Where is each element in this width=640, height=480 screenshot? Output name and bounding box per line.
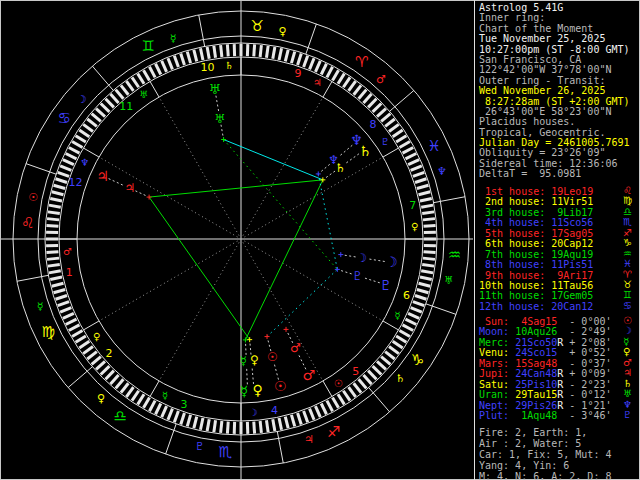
degree-tick (424, 225, 436, 226)
degree-tick (315, 61, 320, 72)
degree-tick (200, 48, 202, 60)
zodiac-sign-icon: ♌ (21, 214, 34, 232)
degree-tick (420, 277, 432, 279)
planet-position: 1Aqu48 (509, 410, 557, 421)
house-number: 1 (66, 266, 73, 279)
house-number: 8 (370, 118, 377, 131)
degree-tick (359, 379, 367, 388)
degree-tick (138, 394, 144, 404)
pointer-dash (216, 95, 219, 111)
sign-ruler-icon: ☿ (170, 32, 177, 45)
degree-tick (419, 283, 431, 286)
house-ruler-icon: ♄ (224, 60, 233, 71)
degree-tick (389, 347, 399, 354)
degree-tick (132, 77, 139, 87)
degree-tick (304, 411, 308, 422)
degree-tick (126, 387, 133, 397)
degree-tick (96, 361, 105, 369)
degree-tick (50, 277, 62, 279)
degree-tick (266, 420, 268, 432)
house-number: 7 (409, 199, 416, 212)
degree-tick (413, 302, 424, 306)
tally-line: Yang: 4, Yin: 6 (479, 460, 637, 471)
degree-tick (60, 308, 71, 312)
degree-tick (76, 336, 86, 342)
degree-tick (58, 172, 69, 176)
degree-tick (403, 147, 414, 153)
transit-planet-icon: ♂ (302, 367, 315, 383)
degree-tick (385, 352, 394, 359)
sign-ruler-icon: ♂ (376, 73, 386, 86)
planet-delta: - 3°46' (563, 410, 611, 421)
degree-tick (76, 136, 86, 142)
chart-info-line: Tue November 25, 2025 (479, 34, 637, 44)
pointer-dash (108, 178, 123, 185)
degree-tick (422, 212, 434, 214)
degree-tick (279, 48, 281, 60)
degree-tick (417, 289, 429, 292)
house-cusp-text: 6th house: 20Cap12 (479, 238, 593, 249)
degree-tick (363, 375, 371, 384)
degree-tick (168, 58, 172, 69)
house-cusp-text: 5th house: 17Sag05 (479, 228, 593, 239)
house-cusp-segment (323, 81, 332, 97)
house-number: 2 (105, 347, 112, 360)
natal-planet-icon: ☿ (240, 354, 247, 368)
natal-planet-icon: ☽ (356, 251, 367, 265)
planet-position-marker (316, 171, 321, 176)
tally-line: M: 4, N: 6, A: 2, D: 8 (479, 471, 637, 480)
degree-tick (354, 85, 361, 94)
degree-tick (87, 119, 96, 126)
natal-planet-icon: ♇ (352, 269, 363, 283)
degree-tick (298, 413, 302, 424)
transit-planet-icon: ♀ (253, 382, 263, 398)
degree-tick (377, 109, 386, 117)
zodiac-sign-icon: ♊ (142, 37, 155, 55)
degree-tick (87, 352, 96, 359)
degree-tick (423, 258, 435, 259)
degree-tick (411, 166, 422, 170)
sign-ruler-icon: ♇ (194, 440, 204, 453)
degree-tick (373, 366, 382, 374)
zodiac-sign-icon: ♋ (623, 301, 632, 311)
degree-tick (408, 160, 419, 165)
planet-delta: + 0°52' (563, 347, 611, 358)
degree-tick (321, 64, 326, 75)
house-ruler-icon: ♀ (411, 221, 418, 232)
house-cusp-dotted (159, 97, 241, 239)
sign-ruler-icon: ♅ (444, 274, 454, 287)
degree-tick (273, 47, 275, 59)
degree-tick (420, 198, 432, 200)
planet-position: 29Pis26 (509, 400, 557, 411)
planet-position: 24Sco15 (509, 347, 557, 358)
natal-planet-icon: ♀ (250, 353, 259, 367)
aspect-line-trine (245, 180, 322, 340)
degree-tick (411, 308, 422, 312)
degree-tick (46, 252, 58, 253)
degree-tick (111, 375, 119, 384)
zodiac-sign-icon: ♏ (218, 443, 232, 461)
degree-tick (121, 383, 128, 392)
astrolog-app-window: ♈♂♉♀♊☿♋☽♌☉♍☿♎♀♏♇♐♃♑♄♒♅♓♆1♂2♀3☿4☽5☉6☿7♀8♇… (0, 0, 640, 480)
degree-tick (304, 56, 308, 67)
degree-tick (285, 50, 288, 62)
pointer-dash (346, 153, 359, 162)
house-cusp-segment (383, 321, 399, 330)
degree-tick (66, 319, 77, 324)
degree-tick (48, 264, 60, 266)
house-cusp-text: 4th house: 11Sco56 (479, 217, 593, 228)
degree-tick (56, 179, 67, 183)
degree-tick (50, 198, 62, 200)
degree-tick (399, 331, 409, 337)
natal-planet-icon: ♅ (215, 112, 226, 126)
degree-tick (63, 313, 74, 318)
planet-name: Plut: (479, 410, 509, 421)
planet-icon: ♅ (623, 389, 632, 399)
zodiac-sign-icon: ♉ (250, 17, 263, 35)
sign-boundary (277, 432, 283, 463)
degree-tick (221, 421, 222, 433)
degree-tick (63, 160, 74, 165)
degree-tick (47, 219, 59, 220)
planet-name: Uran: (479, 389, 509, 400)
natal-planet-icon: ♆ (328, 153, 339, 167)
